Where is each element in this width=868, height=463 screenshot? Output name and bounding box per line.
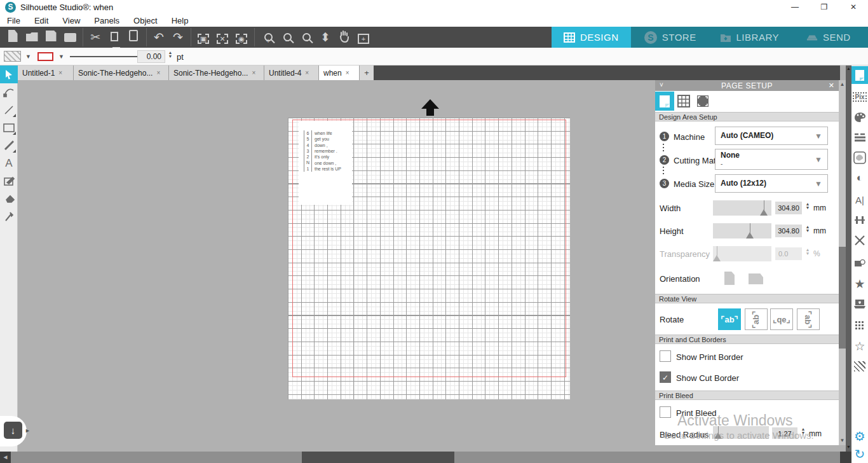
fill-dropdown-arrow-icon[interactable]: ▼ [25,53,31,60]
rotate-0-button[interactable]: ⌜ab⌝ [718,308,741,330]
width-spinner[interactable]: ▲▼ [804,202,811,210]
close-tab-icon[interactable]: × [156,69,160,76]
trace-panel-icon[interactable] [851,149,868,167]
show-print-border-checkbox[interactable] [660,350,671,362]
width-slider[interactable] [713,200,771,216]
offset-panel-icon[interactable]: ☆ [851,337,868,355]
print-icon[interactable] [62,30,78,45]
notes-tool[interactable] [0,172,18,190]
panel-tab-design-area[interactable] [655,92,674,111]
page-setup-panel-icon[interactable] [851,66,868,84]
tab-library[interactable]: LIBRARY [710,27,789,48]
text-tool[interactable]: A [0,155,18,172]
menu-object[interactable]: Object [126,16,165,25]
text-object-lines[interactable]: 6when life 5get you 4down , 3remember . … [304,130,341,172]
machine-dropdown[interactable]: Auto (CAMEO) ▼ [715,127,828,145]
preferences-gear-icon[interactable]: ⚙ [851,427,868,445]
zoom-selection-icon[interactable]: ◔ [299,30,314,45]
open-icon[interactable] [24,30,39,45]
fill-pattern-swatch[interactable] [4,51,21,62]
doc-tab-sonic-1[interactable]: Sonic-The-Hedgeho... × [74,66,169,80]
doc-tab-when[interactable]: when × [319,66,360,80]
freehand-tool[interactable] [0,137,18,155]
stroke-width-input[interactable]: 0.00 [137,50,165,63]
design-ideas-panel-icon[interactable] [851,295,868,313]
new-document-icon[interactable] [5,30,20,45]
rotate-90-button[interactable]: ⌜ab⌝ [745,308,768,330]
select-tool[interactable] [0,66,18,83]
close-tab-icon[interactable]: × [346,69,349,76]
menu-panels[interactable]: Panels [87,16,126,25]
panel-scroll-up-icon[interactable]: ▲ [839,81,846,87]
close-tab-icon[interactable]: × [58,69,62,76]
tab-design[interactable]: DESIGN [552,27,631,48]
panel-scrollbar-thumb[interactable] [839,247,846,349]
stroke-width-spinner[interactable]: ▲▼ [167,51,173,59]
line-tool[interactable] [0,101,18,119]
pan-hand-icon[interactable] [337,30,352,45]
canvas-scroll-up-icon[interactable]: ▲ [846,66,851,71]
stroke-color-swatch[interactable] [37,52,53,61]
media-size-dropdown[interactable]: Auto (12x12) ▼ [715,174,828,193]
close-panel-icon[interactable]: ✕ [829,81,834,90]
line-style-panel-icon[interactable] [851,128,868,146]
restore-button[interactable]: ❐ [810,0,839,15]
panel-tab-grid[interactable] [674,92,693,111]
library-drawer-button[interactable]: ↓ [4,422,22,439]
cutting-mat-dropdown[interactable]: None- ▼ [715,149,828,170]
fit-to-page-icon[interactable]: + [356,30,371,45]
doc-tab-sonic-2[interactable]: Sonic-The-Hedgeho... × [169,66,264,80]
horizontal-scrollbar-thumb[interactable] [302,452,454,463]
rectangle-tool[interactable] [0,119,18,137]
close-tab-icon[interactable]: × [252,69,255,76]
panel-scroll-down-icon[interactable]: ▼ [839,438,846,443]
media-panel-icon[interactable] [851,254,868,272]
cut-icon[interactable]: ✂ [88,30,103,45]
show-cut-border-checkbox[interactable]: ✓ [660,371,671,383]
new-tab-button[interactable]: + [360,66,374,80]
canvas-scroll-down-icon[interactable]: ▼ [846,445,851,449]
close-tab-icon[interactable]: × [305,69,309,76]
height-spinner[interactable]: ▲▼ [804,225,811,233]
height-value[interactable]: 304.80 [775,225,802,237]
menu-view[interactable]: View [55,16,87,25]
sketch-panel-icon[interactable] [851,357,868,375]
delete-icon[interactable]: ✕ [215,30,230,45]
sync-refresh-icon[interactable]: ↻ [851,445,868,463]
drag-zoom-icon[interactable]: ⬍ [318,30,333,45]
rotate-270-button[interactable]: ⌜ab⌝ [797,308,820,330]
menu-edit[interactable]: Edit [27,16,55,25]
close-button[interactable]: ✕ [839,0,868,15]
image-effects-panel-icon[interactable]: ◐ [851,169,868,187]
text-style-panel-icon[interactable]: A| [851,191,868,209]
rotate-180-button[interactable]: ⌞qe⌟ [770,308,793,330]
rhinestone-panel-icon[interactable] [851,317,868,335]
doc-tab-untitled-1[interactable]: Untitled-1 × [18,66,74,80]
knife-tool[interactable] [0,208,18,226]
zoom-out-icon[interactable]: − [280,30,295,45]
stroke-dropdown-arrow-icon[interactable]: ▼ [58,53,64,60]
canvas-vertical-scrollbar[interactable] [846,66,851,452]
panel-tab-registration-marks[interactable] [693,92,712,111]
minimize-button[interactable]: — [780,0,810,15]
pixscan-panel-icon[interactable]: Pix [851,88,868,106]
tab-store[interactable]: S STORE [631,27,710,48]
fill-panel-icon[interactable] [851,108,868,126]
tab-send[interactable]: SEND [789,27,868,48]
paste-icon[interactable] [126,30,141,45]
width-value[interactable]: 304.80 [775,202,802,214]
height-slider[interactable] [713,223,771,238]
menu-help[interactable]: Help [165,16,196,25]
save-icon[interactable] [43,30,58,45]
orientation-landscape-icon[interactable] [749,273,763,284]
point-editing-tool[interactable] [0,83,18,101]
copy-icon[interactable] [107,30,122,45]
print-bleed-checkbox[interactable] [660,406,671,418]
menu-file[interactable]: File [0,16,27,25]
redo-icon[interactable]: ↷ [170,30,186,45]
doc-tab-untitled-4[interactable]: Untitled-4 × [264,66,319,80]
zoom-in-icon[interactable]: + [261,30,276,45]
eraser-tool[interactable] [0,190,18,208]
scroll-left-icon[interactable]: ◄ [0,452,11,463]
orientation-portrait-icon[interactable] [724,272,735,285]
